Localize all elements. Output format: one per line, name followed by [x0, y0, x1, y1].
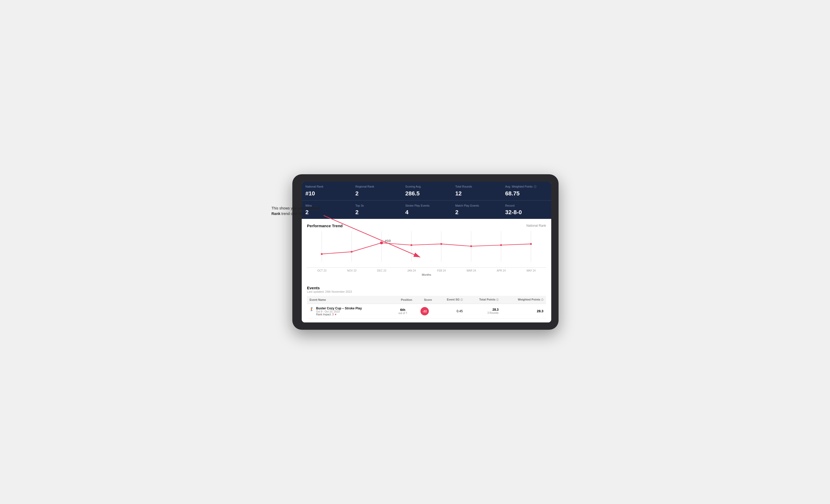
performance-chart: #10: [307, 231, 546, 268]
event-icon: 🏌: [310, 307, 314, 311]
svg-point-10: [321, 253, 323, 255]
svg-point-15: [470, 245, 472, 247]
chart-svg: #10: [307, 231, 546, 267]
event-score-cell: -22: [415, 304, 435, 318]
score-badge: -22: [420, 307, 429, 315]
x-label-mar24: MAR 24: [456, 269, 486, 272]
weighted-points-value: 28.3: [504, 309, 543, 313]
performance-trend-section: Performance Trend National Rank: [302, 219, 551, 282]
stats-row-2: Wins 2 Top 3s 2 Stroke Play Events 4 Mat…: [302, 201, 551, 219]
stat-avg-weighted-points: Avg. Weighted Points ⓘ 68.75: [502, 181, 551, 200]
stat-match-play-events: Match Play Events 2: [451, 201, 501, 219]
svg-text:#10: #10: [385, 239, 391, 242]
info-icon-weighted: ⓘ: [534, 185, 536, 188]
events-section: Events Last updated: 24th November 2023 …: [302, 282, 551, 323]
event-rank-impact: Rank Impact: 3 ▼: [316, 313, 362, 316]
x-label-oct23: OCT 23: [307, 269, 337, 272]
col-weighted-points: Weighted Points ⓘ: [501, 296, 546, 304]
event-position: 6th: [393, 308, 412, 312]
tablet-frame: National Rank #10 Regional Rank 2 Scorin…: [292, 174, 558, 330]
info-icon-weighted-points: ⓘ: [541, 298, 543, 301]
events-title: Events: [307, 285, 546, 290]
total-points-sub: 3 Rounds: [468, 311, 499, 314]
svg-point-17: [530, 243, 532, 245]
perf-title: Performance Trend: [307, 224, 343, 228]
col-event-sg: Event SG ⓘ: [435, 296, 466, 304]
svg-point-11: [351, 251, 353, 253]
x-label-feb24: FEB 24: [426, 269, 456, 272]
event-sg-cell: 0.45: [435, 304, 466, 318]
tablet-screen: National Rank #10 Regional Rank 2 Scorin…: [302, 181, 551, 323]
stat-top3s: Top 3s 2: [352, 201, 401, 219]
annotation-text: This shows you your National Rank trend …: [272, 206, 324, 216]
svg-point-14: [440, 243, 442, 245]
page-wrapper: This shows you your National Rank trend …: [272, 174, 558, 330]
total-points-value: 28.3: [468, 308, 499, 311]
table-header-row: Event Name Position Score Event SG ⓘ Tot…: [307, 296, 546, 304]
event-name-cell: 🏌 Buster Cozy Cup – Stroke Play Oct 9 - …: [307, 304, 391, 318]
col-event-name: Event Name: [307, 296, 391, 304]
event-position-sub: out of 7: [393, 312, 412, 314]
table-row: 🏌 Buster Cozy Cup – Stroke Play Oct 9 - …: [307, 304, 546, 318]
event-weighted-points-cell: 28.3: [501, 304, 546, 318]
stat-total-rounds: Total Rounds 12: [451, 181, 501, 200]
info-icon-total-points: ⓘ: [496, 298, 499, 301]
perf-right-label: National Rank: [526, 224, 546, 228]
event-total-points-cell: 28.3 3 Rounds: [466, 304, 501, 318]
col-position: Position: [391, 296, 415, 304]
chart-months-label: Months: [307, 273, 546, 279]
perf-header: Performance Trend National Rank: [307, 224, 546, 228]
chart-x-axis: OCT 23 NOV 23 DEC 23 JAN 24 FEB 24 MAR 2…: [307, 268, 546, 272]
x-label-may24: MAY 24: [516, 269, 546, 272]
stat-stroke-play-events: Stroke Play Events 4: [402, 201, 451, 219]
x-label-apr24: APR 24: [486, 269, 516, 272]
stat-regional-rank: Regional Rank 2: [352, 181, 401, 200]
event-date: Oct 9 - Oct 10, 2023: [316, 310, 362, 313]
stats-row-1: National Rank #10 Regional Rank 2 Scorin…: [302, 181, 551, 200]
event-info: Buster Cozy Cup – Stroke Play Oct 9 - Oc…: [316, 306, 362, 316]
stat-national-rank: National Rank #10: [302, 181, 351, 200]
event-position-cell: 6th out of 7: [391, 304, 415, 318]
stat-scoring-avg: Scoring Avg. 286.5: [402, 181, 451, 200]
events-table: Event Name Position Score Event SG ⓘ Tot…: [307, 296, 546, 319]
col-score: Score: [415, 296, 435, 304]
info-icon-event-sg: ⓘ: [460, 298, 463, 301]
x-label-jan24: JAN 24: [397, 269, 427, 272]
svg-point-13: [411, 244, 412, 246]
x-label-dec23: DEC 23: [367, 269, 397, 272]
events-last-updated: Last updated: 24th November 2023: [307, 290, 546, 293]
stat-record: Record 32-8-0: [502, 201, 551, 219]
x-label-nov23: NOV 23: [337, 269, 367, 272]
col-total-points: Total Points ⓘ: [466, 296, 501, 304]
svg-point-12: [380, 241, 383, 244]
event-name: Buster Cozy Cup – Stroke Play: [316, 306, 362, 310]
svg-point-16: [500, 244, 502, 246]
